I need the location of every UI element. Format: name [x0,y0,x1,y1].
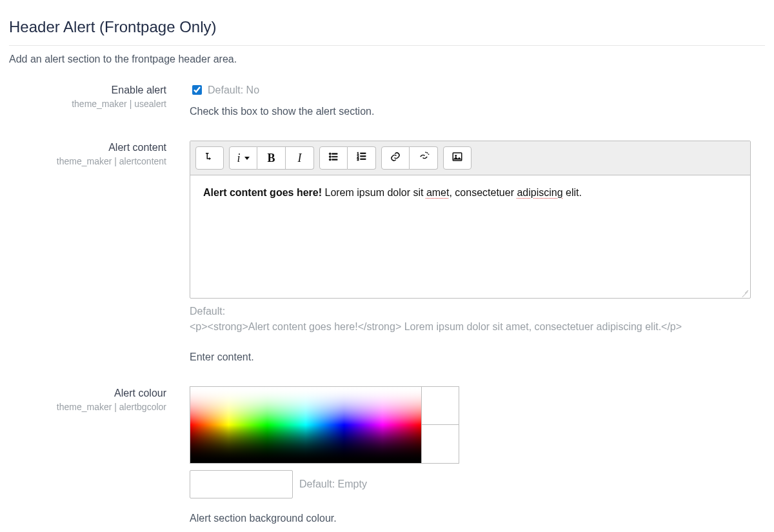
link-icon [390,151,401,166]
svg-text:3: 3 [357,157,359,161]
setting-label: Enable alert theme_maker | usealert [9,83,190,109]
label-text: Alert colour [9,388,166,399]
setting-tech-name: theme_maker | usealert [9,99,166,109]
toolbar-link-button[interactable] [381,146,410,170]
bullet-list-icon [328,151,339,166]
image-icon [452,151,463,166]
bold-icon: B [267,152,275,165]
setting-tech-name: theme_maker | alertbgcolor [9,402,166,412]
default-indicator: Default: Empty [299,478,367,490]
editor-text-strong: Alert content goes here! [203,187,322,198]
svg-point-0 [329,153,331,155]
svg-point-2 [329,155,331,157]
toolbar-styles-button[interactable]: i [229,146,257,170]
svg-rect-11 [360,159,365,160]
setting-control: Default: No Check this box to show the a… [190,83,751,117]
svg-point-16 [455,155,457,157]
default-block: Default: <p><strong>Alert content goes h… [190,304,751,335]
rich-text-editor: i B I [190,141,751,299]
setting-enable-alert: Enable alert theme_maker | usealert Defa… [9,83,765,117]
editor-toolbar: i B I [190,141,750,175]
default-value: <p><strong>Alert content goes here!</str… [190,319,751,335]
unlink-icon [418,151,430,166]
editor-text-misspell: adipiscing [517,187,562,198]
editor-content-area[interactable]: Alert content goes here! Lorem ipsum dol… [190,175,750,298]
default-label: Default: [190,304,751,319]
resize-handle[interactable] [741,289,749,297]
svg-rect-7 [360,153,365,154]
svg-rect-9 [360,155,365,157]
setting-help: Alert section background colour. [190,513,751,524]
colour-hex-input[interactable] [190,470,293,498]
toolbar-bold-button[interactable]: B [257,146,286,170]
toolbar-unlink-button[interactable] [410,146,438,170]
default-indicator: Default: No [208,84,259,96]
colour-spectrum[interactable] [190,386,422,464]
setting-help: Check this box to show the alert section… [190,106,751,117]
current-colour-swatch[interactable] [422,386,459,425]
toolbar-expand-button[interactable] [195,146,224,170]
section-description: Add an alert section to the frontpage he… [9,54,765,65]
toolbar-bullet-list-button[interactable] [319,146,348,170]
enable-alert-checkbox[interactable] [192,85,202,95]
label-text: Enable alert [9,84,166,96]
toolbar-image-button[interactable] [443,146,471,170]
setting-control: Default: Empty Alert section background … [190,386,751,524]
toolbar-italic-button[interactable]: I [286,146,314,170]
setting-tech-name: theme_maker | alertcontent [9,156,166,166]
setting-alert-content: Alert content theme_maker | alertcontent [9,141,765,363]
italic-icon: I [298,152,302,165]
svg-rect-1 [332,153,337,154]
svg-line-12 [426,152,428,153]
setting-label: Alert content theme_maker | alertcontent [9,141,190,166]
expand-icon [204,151,215,166]
chevron-down-icon [244,157,250,160]
editor-text: , consectetuer [449,187,517,198]
previous-colour-swatch[interactable] [422,425,459,464]
styles-icon: i [237,152,240,165]
setting-label: Alert colour theme_maker | alertbgcolor [9,386,190,412]
label-text: Alert content [9,142,166,153]
section-title: Header Alert (Frontpage Only) [9,18,765,36]
number-list-icon: 123 [356,151,368,166]
editor-text-misspell: amet [426,187,450,198]
svg-point-4 [329,159,331,161]
toolbar-number-list-button[interactable]: 123 [348,146,376,170]
swatch-column [422,386,459,464]
svg-rect-5 [332,159,337,160]
setting-help: Enter content. [190,351,751,363]
setting-control: i B I [190,141,751,363]
editor-text: Lorem ipsum dolor sit [322,187,426,198]
setting-alert-colour: Alert colour theme_maker | alertbgcolor … [9,386,765,524]
editor-text: elit. [563,187,582,198]
svg-rect-3 [332,156,337,157]
section-divider [9,45,765,46]
